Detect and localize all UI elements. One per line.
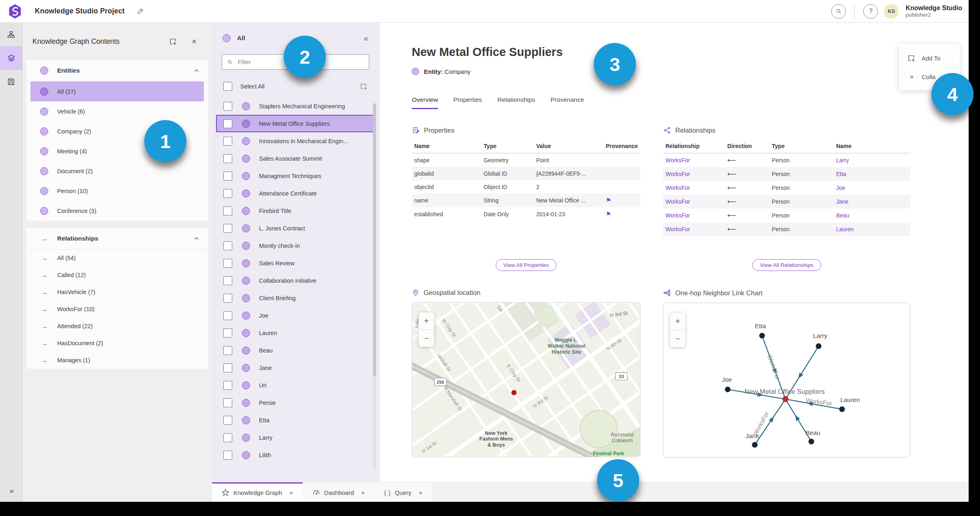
relationship-link[interactable]: WorksFor <box>665 212 690 219</box>
relationship-link[interactable]: WorksFor <box>665 198 690 205</box>
sidebar-relationship-item[interactable]: →HasVehicle (7) <box>26 284 208 301</box>
list-item[interactable]: Lauren <box>212 324 379 342</box>
entities-group-header[interactable]: Entities <box>26 60 208 82</box>
zoom-in-button[interactable]: + <box>419 312 434 329</box>
item-checkbox[interactable] <box>223 311 232 320</box>
item-checkbox[interactable] <box>223 172 232 181</box>
item-checkbox[interactable] <box>223 433 232 442</box>
provenance-flag-icon[interactable]: ⚑ <box>606 197 611 204</box>
tab-properties[interactable]: Properties <box>454 96 482 109</box>
item-checkbox[interactable] <box>223 416 232 425</box>
collapse-panel-icon[interactable]: « <box>364 33 368 43</box>
list-item[interactable]: Etta <box>212 411 379 429</box>
chevron-up-icon[interactable] <box>194 69 199 72</box>
entity-name-link[interactable]: Lauren <box>836 226 854 232</box>
list-item[interactable]: Larry <box>212 429 379 446</box>
relationship-link[interactable]: WorksFor <box>665 226 690 232</box>
item-checkbox[interactable] <box>223 102 232 111</box>
scrollbar-thumb[interactable] <box>373 104 376 376</box>
graph-node[interactable] <box>725 387 731 392</box>
sidebar-relationship-item[interactable]: →All (54) <box>26 249 208 267</box>
view-tab-dashboard[interactable]: Dashboard× <box>303 482 374 502</box>
list-item[interactable]: Beau <box>212 342 379 359</box>
list-item[interactable]: Innovations in Mechanical Engin... <box>212 132 379 150</box>
graph-node[interactable] <box>816 343 822 349</box>
sidebar-entity-item[interactable]: Vehicle (6) <box>26 101 208 121</box>
sidebar-relationship-item[interactable]: →Manages (1) <box>26 352 208 369</box>
list-item[interactable]: New Metal Office Suppliers <box>216 115 374 132</box>
item-checkbox[interactable] <box>223 451 232 460</box>
graph-node[interactable] <box>759 333 765 338</box>
item-checkbox[interactable] <box>223 363 232 372</box>
search-button[interactable] <box>831 4 846 19</box>
item-checkbox[interactable] <box>223 119 232 128</box>
item-checkbox[interactable] <box>223 276 232 285</box>
list-item[interactable]: Client Briefing <box>212 289 379 307</box>
item-checkbox[interactable] <box>223 206 232 215</box>
close-tab-icon[interactable]: × <box>419 489 422 496</box>
sidebar-entity-item[interactable]: Conference (3) <box>26 201 208 221</box>
list-item[interactable]: Jane <box>212 359 379 376</box>
schema-rail-button[interactable] <box>0 23 22 46</box>
list-item[interactable]: Sales Associate Summit <box>212 150 379 167</box>
item-checkbox[interactable] <box>223 346 232 355</box>
graph-node[interactable] <box>839 406 845 412</box>
list-item[interactable]: Collaboration initiative <box>212 272 379 289</box>
view-tab-knowledge-graph[interactable]: Knowledge Graph× <box>212 482 303 502</box>
save-rail-button[interactable] <box>0 70 22 93</box>
select-all-checkbox[interactable] <box>223 82 232 91</box>
entity-name-link[interactable]: Jane <box>836 198 848 205</box>
add-to-map-icon[interactable] <box>169 37 177 46</box>
list-item[interactable]: Firebird Title <box>212 202 379 219</box>
item-checkbox[interactable] <box>223 329 232 338</box>
item-checkbox[interactable] <box>223 137 232 146</box>
zoom-in-button[interactable]: + <box>670 313 685 330</box>
sidebar-entity-item[interactable]: Person (10) <box>26 181 208 201</box>
relationships-group-header[interactable]: → Relationships <box>26 228 208 249</box>
tab-provenance[interactable]: Provenance <box>550 96 584 109</box>
item-checkbox[interactable] <box>223 381 232 390</box>
add-to-map-icon[interactable] <box>359 82 368 90</box>
sidebar-relationship-item[interactable]: →HasDocument (2) <box>26 335 208 352</box>
view-all-properties-button[interactable]: View All Properties <box>496 259 556 271</box>
provenance-flag-icon[interactable]: ⚑ <box>606 211 611 217</box>
relationship-link[interactable]: WorksFor <box>665 185 690 191</box>
list-item[interactable]: Attendance Certificate <box>212 185 379 202</box>
graph-node[interactable] <box>752 442 757 447</box>
zoom-out-button[interactable]: − <box>419 329 434 347</box>
item-checkbox[interactable] <box>223 259 232 268</box>
relationship-link[interactable]: WorksFor <box>665 157 690 163</box>
chevron-up-icon[interactable] <box>194 237 199 240</box>
close-tab-icon[interactable]: × <box>289 489 293 496</box>
item-checkbox[interactable] <box>223 224 232 233</box>
entity-name-link[interactable]: Etta <box>836 171 846 177</box>
zoom-out-button[interactable]: − <box>670 330 685 347</box>
entity-name-link[interactable]: Joe <box>836 185 845 191</box>
help-button[interactable]: ? <box>863 4 878 19</box>
list-item[interactable]: Staplers Mechanical Engineering <box>212 97 379 115</box>
layers-rail-button[interactable] <box>0 46 22 70</box>
link-chart-panel[interactable]: WorksForWorksForWorksForEttaLarryJoeLaur… <box>663 303 910 458</box>
edit-project-name-button[interactable] <box>137 8 144 15</box>
item-checkbox[interactable] <box>223 294 232 303</box>
close-panel-icon[interactable]: × <box>192 37 197 46</box>
entity-name-link[interactable]: Beau <box>836 212 849 219</box>
sidebar-relationship-item[interactable]: →Attended (22) <box>26 318 208 335</box>
sidebar-relationship-item[interactable]: →Called (12) <box>26 267 208 284</box>
relationship-link[interactable]: WorksFor <box>665 171 690 177</box>
sidebar-relationship-item[interactable]: →WorksFor (10) <box>26 301 208 318</box>
view-all-relationships-button[interactable]: View All Relationships <box>752 259 821 271</box>
tab-relationships[interactable]: Relationships <box>497 96 535 109</box>
item-checkbox[interactable] <box>223 154 232 163</box>
list-item[interactable]: Montly check-in <box>212 237 379 254</box>
entity-name-link[interactable]: Larry <box>836 157 849 163</box>
list-item[interactable]: Sales Review <box>212 254 379 272</box>
user-avatar[interactable]: KS <box>884 4 899 19</box>
list-item[interactable]: Managment Techniques <box>212 167 379 185</box>
list-item[interactable]: Persie <box>212 394 379 411</box>
sidebar-entity-item[interactable]: All (27) <box>30 82 204 101</box>
menu-item-add-to[interactable]: Add To <box>899 49 960 68</box>
close-tab-icon[interactable]: × <box>361 489 365 496</box>
sidebar-entity-item[interactable]: Document (2) <box>26 161 208 181</box>
list-item[interactable]: Joe <box>212 307 379 324</box>
